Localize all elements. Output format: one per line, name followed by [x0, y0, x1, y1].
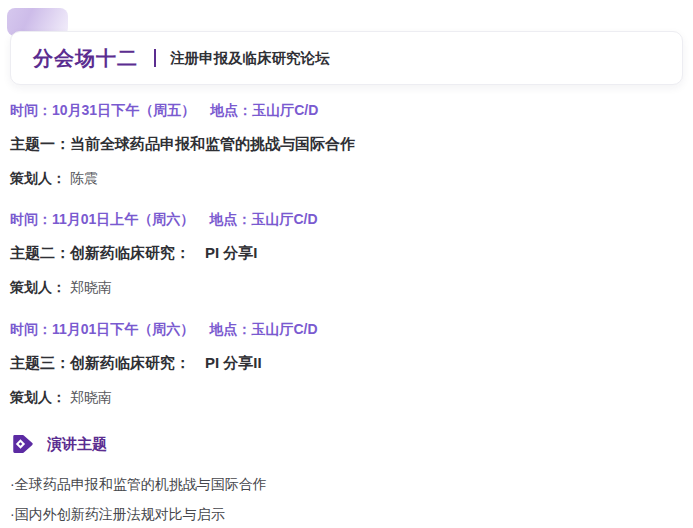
- planner-label: 策划人：: [10, 389, 66, 405]
- planner-name: 郑晓南: [70, 389, 112, 405]
- planner-name: 郑晓南: [70, 279, 112, 295]
- time-label: 时间：: [10, 321, 52, 337]
- planner-name: 陈震: [70, 170, 98, 186]
- session-planner-row: 策划人：郑晓南: [10, 277, 683, 297]
- arrow-right-diamond-icon: [12, 433, 34, 455]
- time-value: 10月31日下午（周五）: [52, 102, 195, 118]
- speech-topic-item: ·国内外创新药注册法规对比与启示: [10, 504, 683, 524]
- time-value: 11月01日上午（周六）: [52, 211, 194, 227]
- location-label: 地点：: [210, 102, 252, 118]
- speech-topics-title: 演讲主题: [47, 433, 107, 455]
- topic-value: 创新药临床研究： PI 分享II: [70, 354, 262, 371]
- session-block-1: 时间：10月31日下午（周五）地点：玉山厅C/D 主题一：当前全球药品申报和监管…: [10, 100, 683, 202]
- session-planner-row: 策划人：郑晓南: [10, 387, 683, 407]
- time-label: 时间：: [10, 102, 52, 118]
- topic-label: 主题二：: [10, 244, 70, 261]
- speech-topic-item: ·全球药品申报和监管的机挑战与国际合作: [10, 474, 683, 494]
- time-value: 11月01日下午（周六）: [52, 321, 194, 337]
- session-number: 分会场十二: [33, 45, 138, 72]
- topic-value: 创新药临床研究： PI 分享I: [70, 244, 258, 261]
- session-topic-row: 主题三：创新药临床研究： PI 分享II: [10, 353, 683, 373]
- forum-title: 注册申报及临床研究论坛: [170, 49, 330, 68]
- topic-value: 当前全球药品申报和监管的挑战与国际合作: [70, 135, 355, 152]
- planner-label: 策划人：: [10, 279, 66, 295]
- topic-label: 主题一：: [10, 135, 70, 152]
- location-label: 地点：: [209, 211, 251, 227]
- planner-label: 策划人：: [10, 170, 66, 186]
- location-value: 玉山厅C/D: [251, 321, 317, 337]
- speech-topics-heading: 演讲主题: [12, 433, 107, 455]
- session-topic-row: 主题一：当前全球药品申报和监管的挑战与国际合作: [10, 134, 683, 154]
- topic-label: 主题三：: [10, 354, 70, 371]
- session-block-2: 时间：11月01日上午（周六）地点：玉山厅C/D 主题二：创新药临床研究： PI…: [10, 209, 683, 311]
- location-value: 玉山厅C/D: [251, 211, 317, 227]
- location-value: 玉山厅C/D: [252, 102, 318, 118]
- session-time-row: 时间：11月01日上午（周六）地点：玉山厅C/D: [10, 209, 683, 229]
- session-planner-row: 策划人：陈震: [10, 168, 683, 188]
- forum-header-card: 分会场十二 注册申报及临床研究论坛: [10, 31, 683, 85]
- session-topic-row: 主题二：创新药临床研究： PI 分享I: [10, 243, 683, 263]
- session-block-3: 时间：11月01日下午（周六）地点：玉山厅C/D 主题三：创新药临床研究： PI…: [10, 319, 683, 421]
- title-separator: [154, 49, 156, 67]
- time-label: 时间：: [10, 211, 52, 227]
- location-label: 地点：: [209, 321, 251, 337]
- session-time-row: 时间：10月31日下午（周五）地点：玉山厅C/D: [10, 100, 683, 120]
- session-time-row: 时间：11月01日下午（周六）地点：玉山厅C/D: [10, 319, 683, 339]
